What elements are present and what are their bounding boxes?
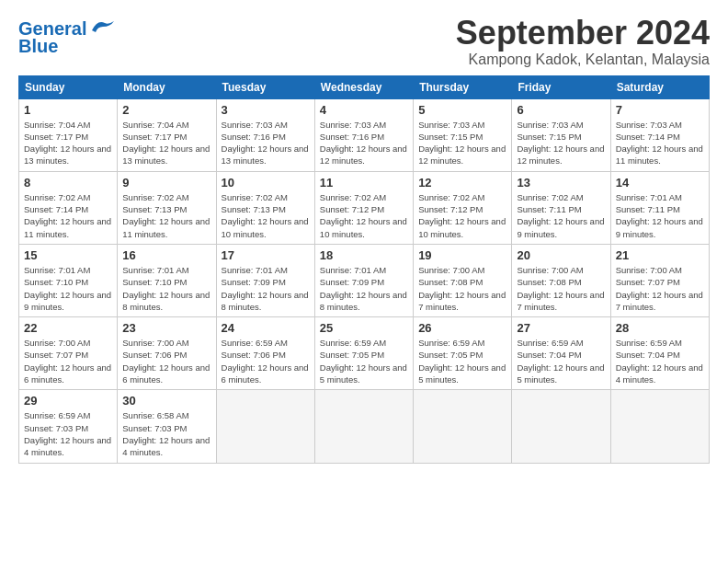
sunrise-text: Sunrise: 7:02 AM — [24, 192, 90, 202]
logo-blue-text: Blue — [18, 36, 58, 57]
table-row: 9 Sunrise: 7:02 AM Sunset: 7:13 PM Dayli… — [118, 171, 216, 244]
sunset-text: Sunset: 7:10 PM — [24, 277, 88, 287]
calendar-week-row: 1 Sunrise: 7:04 AM Sunset: 7:17 PM Dayli… — [19, 98, 710, 171]
table-row — [512, 390, 610, 463]
sunset-text: Sunset: 7:13 PM — [122, 204, 187, 214]
sunset-text: Sunset: 7:14 PM — [616, 132, 680, 142]
location-title: Kampong Kadok, Kelantan, Malaysia — [456, 52, 710, 68]
day-number: 30 — [122, 394, 210, 408]
sunrise-text: Sunrise: 6:59 AM — [320, 338, 386, 348]
day-number: 9 — [122, 176, 210, 190]
logo-bird-icon — [88, 17, 114, 38]
sunrise-text: Sunrise: 7:00 AM — [24, 338, 90, 348]
calendar-week-row: 8 Sunrise: 7:02 AM Sunset: 7:14 PM Dayli… — [19, 171, 710, 244]
logo: General Blue — [18, 18, 114, 57]
day-number: 5 — [418, 103, 506, 117]
day-info: Sunrise: 6:59 AM Sunset: 7:03 PM Dayligh… — [24, 409, 112, 458]
day-number: 7 — [616, 103, 704, 117]
day-number: 20 — [517, 248, 605, 262]
day-info: Sunrise: 6:59 AM Sunset: 7:04 PM Dayligh… — [517, 337, 605, 385]
daylight-text: Daylight: 12 hours and 4 minutes. — [24, 435, 111, 457]
daylight-text: Daylight: 12 hours and 13 minutes. — [222, 144, 309, 166]
sunset-text: Sunset: 7:13 PM — [222, 204, 286, 214]
day-info: Sunrise: 7:02 AM Sunset: 7:12 PM Dayligh… — [320, 191, 408, 240]
day-number: 13 — [517, 176, 605, 190]
sunset-text: Sunset: 7:14 PM — [24, 204, 88, 214]
sunset-text: Sunset: 7:10 PM — [122, 277, 187, 287]
day-info: Sunrise: 7:03 AM Sunset: 7:16 PM Dayligh… — [320, 119, 408, 167]
day-number: 17 — [222, 248, 310, 262]
day-number: 8 — [24, 176, 112, 190]
daylight-text: Daylight: 12 hours and 10 minutes. — [320, 216, 407, 238]
table-row: 13 Sunrise: 7:02 AM Sunset: 7:11 PM Dayl… — [512, 171, 610, 244]
sunrise-text: Sunrise: 7:02 AM — [320, 192, 386, 202]
day-number: 6 — [517, 103, 605, 117]
day-info: Sunrise: 7:01 AM Sunset: 7:09 PM Dayligh… — [222, 264, 310, 313]
daylight-text: Daylight: 12 hours and 9 minutes. — [616, 216, 703, 238]
table-row: 14 Sunrise: 7:01 AM Sunset: 7:11 PM Dayl… — [610, 171, 709, 244]
day-info: Sunrise: 7:01 AM Sunset: 7:10 PM Dayligh… — [122, 264, 210, 313]
daylight-text: Daylight: 12 hours and 6 minutes. — [24, 362, 111, 385]
day-info: Sunrise: 7:00 AM Sunset: 7:07 PM Dayligh… — [24, 337, 112, 385]
sunrise-text: Sunrise: 7:04 AM — [24, 120, 90, 130]
header-monday: Monday — [118, 75, 216, 98]
header: General Blue September 2024 Kampong Kado… — [18, 15, 710, 68]
calendar-page: General Blue September 2024 Kampong Kado… — [0, 0, 728, 563]
day-number: 24 — [222, 321, 310, 335]
daylight-text: Daylight: 12 hours and 12 minutes. — [320, 144, 407, 166]
sunset-text: Sunset: 7:09 PM — [320, 277, 384, 287]
table-row: 2 Sunrise: 7:04 AM Sunset: 7:17 PM Dayli… — [118, 98, 216, 171]
table-row: 24 Sunrise: 6:59 AM Sunset: 7:06 PM Dayl… — [216, 317, 314, 390]
day-info: Sunrise: 7:02 AM Sunset: 7:11 PM Dayligh… — [517, 191, 605, 240]
day-info: Sunrise: 7:03 AM Sunset: 7:15 PM Dayligh… — [517, 119, 605, 167]
table-row — [610, 390, 709, 463]
sunset-text: Sunset: 7:12 PM — [418, 204, 483, 214]
daylight-text: Daylight: 12 hours and 13 minutes. — [24, 144, 111, 166]
sunrise-text: Sunrise: 7:02 AM — [122, 192, 188, 202]
daylight-text: Daylight: 12 hours and 10 minutes. — [418, 216, 506, 238]
day-number: 16 — [122, 248, 210, 262]
day-info: Sunrise: 7:01 AM Sunset: 7:09 PM Dayligh… — [320, 264, 408, 313]
day-number: 23 — [122, 321, 210, 335]
table-row: 11 Sunrise: 7:02 AM Sunset: 7:12 PM Dayl… — [314, 171, 413, 244]
day-number: 19 — [418, 248, 506, 262]
title-area: September 2024 Kampong Kadok, Kelantan, … — [456, 15, 710, 68]
day-number: 18 — [320, 248, 408, 262]
sunrise-text: Sunrise: 6:59 AM — [517, 338, 583, 348]
sunrise-text: Sunrise: 7:02 AM — [222, 192, 288, 202]
sunrise-text: Sunrise: 7:00 AM — [418, 265, 484, 275]
table-row: 20 Sunrise: 7:00 AM Sunset: 7:08 PM Dayl… — [512, 244, 610, 316]
day-number: 2 — [122, 103, 210, 117]
calendar-header-row: Sunday Monday Tuesday Wednesday Thursday… — [19, 75, 710, 98]
daylight-text: Daylight: 12 hours and 4 minutes. — [122, 435, 210, 457]
sunset-text: Sunset: 7:11 PM — [616, 204, 680, 214]
sunset-text: Sunset: 7:05 PM — [320, 350, 384, 360]
header-saturday: Saturday — [610, 75, 709, 98]
day-number: 27 — [517, 321, 605, 335]
daylight-text: Daylight: 12 hours and 12 minutes. — [418, 144, 506, 166]
daylight-text: Daylight: 12 hours and 7 minutes. — [616, 290, 703, 312]
sunset-text: Sunset: 7:03 PM — [24, 423, 88, 433]
daylight-text: Daylight: 12 hours and 4 minutes. — [616, 362, 703, 385]
day-info: Sunrise: 7:02 AM Sunset: 7:12 PM Dayligh… — [418, 191, 506, 240]
day-info: Sunrise: 7:02 AM Sunset: 7:13 PM Dayligh… — [122, 191, 210, 240]
sunrise-text: Sunrise: 7:00 AM — [616, 265, 682, 275]
sunset-text: Sunset: 7:17 PM — [122, 132, 187, 142]
day-number: 15 — [24, 248, 112, 262]
day-info: Sunrise: 7:00 AM Sunset: 7:07 PM Dayligh… — [616, 264, 704, 313]
table-row: 19 Sunrise: 7:00 AM Sunset: 7:08 PM Dayl… — [414, 244, 512, 316]
day-number: 11 — [320, 176, 408, 190]
sunset-text: Sunset: 7:08 PM — [517, 277, 581, 287]
day-number: 22 — [24, 321, 112, 335]
sunset-text: Sunset: 7:17 PM — [24, 132, 88, 142]
daylight-text: Daylight: 12 hours and 5 minutes. — [418, 362, 506, 385]
day-number: 25 — [320, 321, 408, 335]
table-row: 8 Sunrise: 7:02 AM Sunset: 7:14 PM Dayli… — [19, 171, 118, 244]
sunset-text: Sunset: 7:15 PM — [517, 132, 581, 142]
day-info: Sunrise: 6:58 AM Sunset: 7:03 PM Dayligh… — [122, 409, 210, 458]
sunset-text: Sunset: 7:04 PM — [517, 350, 581, 360]
sunrise-text: Sunrise: 7:01 AM — [320, 265, 386, 275]
day-info: Sunrise: 6:59 AM Sunset: 7:06 PM Dayligh… — [222, 337, 310, 385]
sunrise-text: Sunrise: 6:59 AM — [222, 338, 288, 348]
day-number: 21 — [616, 248, 704, 262]
